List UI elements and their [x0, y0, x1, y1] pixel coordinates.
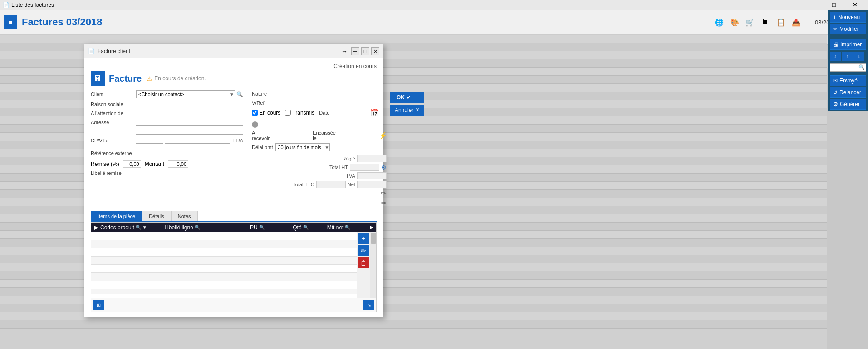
restore-button[interactable]: □ — [824, 0, 844, 10]
remise-input[interactable] — [123, 160, 141, 168]
arrow-up-button[interactable]: ↑ — [842, 52, 853, 61]
attention-row: A l'attention de — [91, 110, 243, 116]
edit-pen-icon-2[interactable]: ✏ — [381, 199, 387, 207]
montant-input[interactable] — [168, 160, 188, 168]
app-title-icon: 📄 — [3, 2, 10, 8]
facture-header-icon: 🖩 — [91, 71, 105, 86]
grid-row — [0, 320, 827, 329]
table-scrollbar — [370, 232, 376, 298]
ville-input[interactable] — [165, 137, 230, 144]
total-ht-icon[interactable]: ⚙ — [381, 164, 387, 171]
palette-icon[interactable]: 🎨 — [728, 16, 741, 29]
dialog-title-text: Facture client — [98, 48, 130, 54]
tab-notes[interactable]: Notes — [171, 211, 198, 221]
bottom-actions-left: ⊞ — [93, 300, 104, 310]
cart-icon[interactable]: 🛒 — [744, 16, 756, 29]
dialog-controls: ─ □ ✕ — [351, 47, 379, 55]
delai-pmt-select[interactable]: 30 jours fin de mois — [275, 143, 330, 151]
edit-row-button[interactable]: ✏ — [358, 245, 369, 256]
table-expand-icon[interactable]: ▶ — [370, 224, 373, 230]
vref-row: V/Ref — [252, 99, 387, 106]
table-col-mtt: Mtt net 🔍 — [327, 224, 370, 231]
main-content-area: 📄 Facture client ↔ ─ □ ✕ Création en cou… — [0, 35, 827, 349]
annuler-button[interactable]: Annuler ✕ — [390, 105, 424, 116]
en-cours-checkbox[interactable] — [252, 110, 258, 116]
vref-input[interactable] — [277, 99, 387, 106]
close-button[interactable]: ✕ — [844, 0, 865, 10]
tab-details[interactable]: Détails — [142, 211, 171, 221]
modifier-button[interactable]: ✏ Modifier — [830, 24, 866, 34]
regle-input: 0,00 — [357, 155, 387, 162]
adresse2-input[interactable] — [136, 128, 243, 135]
pu-search-icon[interactable]: 🔍 — [259, 225, 265, 230]
raison-sociale-input[interactable] — [136, 101, 243, 107]
warning-icon: ⚠ — [147, 75, 152, 82]
mtt-search-icon[interactable]: 🔍 — [345, 225, 350, 230]
dialog-title-icon: 📄 — [88, 48, 95, 54]
edit-pen-icon-1[interactable]: ✏ — [381, 189, 387, 198]
send2-icon: ✉ — [833, 78, 838, 84]
codes-search-icon[interactable]: 🔍 — [136, 225, 141, 230]
send-button[interactable]: ↕ — [830, 52, 841, 61]
date-input[interactable]: 01/03/2018 — [332, 109, 366, 116]
table-row — [91, 281, 357, 289]
bottom-action-btn-2[interactable]: ⤡ — [363, 300, 374, 310]
main-title: Factures 03/2018 — [22, 16, 713, 28]
table-row — [91, 240, 357, 248]
delete-row-button[interactable]: 🗑 — [358, 257, 369, 268]
envoyer-button[interactable]: ✉ Envoyé — [830, 75, 866, 86]
tab-items[interactable]: Items de la pièce — [91, 211, 142, 221]
edit-icons-right: ✏ ✏ — [252, 189, 387, 207]
libelle-search-icon[interactable]: 🔍 — [195, 225, 200, 230]
client-select[interactable]: <Choisir un contact> — [136, 90, 235, 98]
top-bar: ■ Factures 03/2018 🌐 🎨 🛒 🖩 📋 📤 03/2018 ◀… — [0, 10, 868, 35]
ok-button[interactable]: OK ✓ — [390, 92, 424, 103]
resize-icon[interactable]: ↔ — [341, 48, 348, 55]
dialog-body: Création en cours 🖩 Facture ⚠ En cours d… — [84, 58, 383, 317]
facture-creation-status: ⚠ En cours de création. — [147, 75, 206, 82]
transmis-checkbox[interactable] — [285, 110, 291, 116]
plus-icon: + — [833, 14, 836, 20]
qte-search-icon[interactable]: 🔍 — [303, 225, 309, 230]
dialog-close-button[interactable]: ✕ — [371, 47, 379, 55]
form-right-section: Nature V/Ref En cours — [247, 90, 387, 207]
a-recevoir-input[interactable]: 31/03/2018 — [274, 132, 308, 139]
libelle-remise-input[interactable] — [136, 170, 243, 176]
export-icon[interactable]: 📤 — [790, 16, 803, 29]
x-icon: ✕ — [415, 107, 420, 113]
lightning-icon[interactable]: ⚡ — [379, 132, 387, 139]
calendar-icon[interactable]: 📅 — [370, 108, 379, 117]
status-dot-gray — [252, 121, 258, 128]
table-row — [91, 273, 357, 281]
add-row-button[interactable]: + — [358, 233, 369, 244]
dialog-minimize-button[interactable]: ─ — [351, 47, 359, 55]
ref-externe-input[interactable] — [136, 150, 181, 156]
dialog-maximize-button[interactable]: □ — [361, 47, 369, 55]
bottom-action-btn-1[interactable]: ⊞ — [93, 300, 104, 310]
client-row: Client <Choisir un contact> ▼ 🔍 — [91, 90, 243, 98]
client-search-icon[interactable]: 🔍 — [236, 91, 243, 97]
calc-icon[interactable]: 🖩 — [759, 16, 772, 29]
total-ht-input: 0,00 — [350, 164, 379, 171]
facture-dialog: 📄 Facture client ↔ ─ □ ✕ Création en cou… — [84, 44, 383, 317]
adresse-input[interactable] — [136, 119, 243, 126]
status-date-row: En cours Transmis Date 01/03/2018 📅 — [252, 108, 387, 128]
checkmark-icon: ✓ — [407, 94, 411, 101]
attention-input[interactable] — [136, 110, 243, 116]
encaissee-le-input[interactable] — [340, 132, 374, 139]
arrow-down-button[interactable]: ↓ — [853, 52, 864, 61]
table-header: ▶ Codes produit 🔍 ▼ Libellé ligne 🔍 PU 🔍 — [91, 223, 376, 232]
imprimer-button[interactable]: 🖨 Imprimer — [830, 39, 866, 50]
nature-input[interactable] — [277, 90, 387, 97]
codes-filter-icon[interactable]: ▼ — [142, 225, 147, 230]
nouveau-button[interactable]: + Nouveau — [830, 12, 866, 23]
scrollbar-thumb[interactable] — [371, 233, 376, 244]
table-col-pu: PU 🔍 — [250, 224, 293, 231]
relancer-button[interactable]: ↺ Relancer — [830, 87, 866, 98]
globe-icon[interactable]: 🌐 — [713, 16, 726, 29]
book-icon[interactable]: 📋 — [775, 16, 787, 29]
table-collapse-icon[interactable]: ▶ — [94, 224, 98, 231]
cp-input[interactable] — [136, 137, 163, 144]
minimize-button[interactable]: ─ — [803, 0, 824, 10]
generer-button[interactable]: ⚙ Générer — [830, 99, 866, 110]
